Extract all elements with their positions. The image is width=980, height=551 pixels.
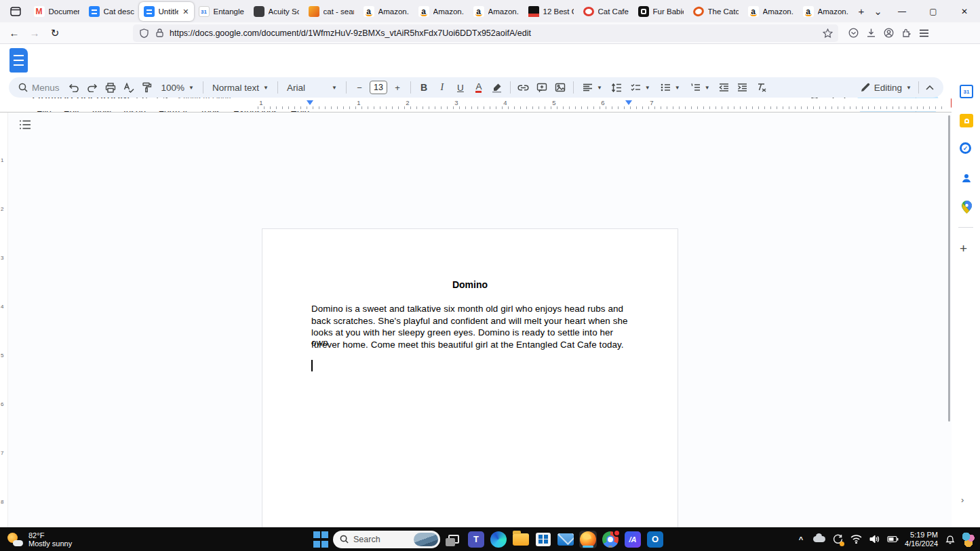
back-button[interactable]: ←: [4, 24, 24, 42]
taskbar-clock[interactable]: 5:19 PM 4/16/2024: [905, 531, 938, 548]
new-tab-button[interactable]: +: [853, 3, 870, 20]
tab-untitled-document-active[interactable]: Untitled d ✕: [139, 2, 194, 21]
acuity-app-icon[interactable]: /A: [624, 531, 642, 548]
text-color-button[interactable]: A: [471, 79, 487, 96]
italic-button[interactable]: I: [434, 79, 450, 96]
clear-formatting-button[interactable]: [753, 79, 769, 96]
google-keep-icon[interactable]: [960, 114, 973, 127]
search-menus-control[interactable]: Menus: [14, 83, 64, 93]
tab-12-best-cat[interactable]: 12 Best Cat: [524, 2, 579, 21]
editing-mode-select[interactable]: Editing ▼: [857, 83, 916, 93]
underline-button[interactable]: U: [452, 79, 469, 96]
numbered-list-select[interactable]: ▼: [686, 83, 714, 91]
tab-amazon-3[interactable]: a Amazon.co: [469, 2, 524, 21]
battery-icon[interactable]: [886, 533, 899, 546]
window-close-button[interactable]: ✕: [949, 0, 980, 22]
tab-fur-babies[interactable]: Fur Babies C: [633, 2, 688, 21]
vertical-scrollbar[interactable]: [948, 115, 950, 422]
lock-icon[interactable]: [154, 28, 165, 39]
undo-button[interactable]: [66, 79, 82, 96]
line-spacing-button[interactable]: [608, 79, 625, 96]
tab-amazon-4[interactable]: a Amazon.co: [743, 2, 798, 21]
update-status-icon[interactable]: [831, 533, 844, 546]
paragraph-style-select[interactable]: Normal text ▼: [208, 83, 273, 93]
add-comment-button[interactable]: [534, 79, 550, 96]
print-button[interactable]: [102, 79, 119, 96]
increase-indent-button[interactable]: [734, 79, 751, 96]
file-explorer-icon[interactable]: [512, 531, 530, 548]
font-select[interactable]: Arial ▼: [283, 83, 341, 93]
tab-catcade[interactable]: The Catcade: [688, 2, 743, 21]
tab-amazon-5[interactable]: a Amazon.co: [798, 2, 853, 21]
align-select[interactable]: ▼: [579, 83, 606, 91]
wifi-icon[interactable]: [850, 533, 862, 546]
search-highlight-image[interactable]: [414, 533, 438, 546]
teams-icon[interactable]: T: [467, 531, 485, 548]
volume-icon[interactable]: [868, 533, 880, 546]
account-icon[interactable]: [883, 28, 894, 39]
tab-cat-cafes[interactable]: Cat Cafes in: [579, 2, 633, 21]
mail-icon[interactable]: [557, 531, 574, 548]
bold-button[interactable]: B: [416, 79, 432, 96]
hide-menus-button[interactable]: [922, 79, 938, 96]
onedrive-icon[interactable]: [813, 533, 825, 546]
start-button[interactable]: [313, 531, 328, 548]
google-calendar-icon[interactable]: 31: [960, 85, 973, 98]
pocket-icon[interactable]: [848, 28, 859, 39]
left-indent-marker[interactable]: [307, 100, 313, 105]
notifications-bell-icon[interactable]: [944, 533, 956, 546]
bookmark-star-icon[interactable]: [822, 28, 833, 39]
insert-image-button[interactable]: [552, 79, 568, 96]
redo-button[interactable]: [84, 79, 100, 96]
google-docs-logo-icon[interactable]: [9, 48, 28, 73]
window-minimize-button[interactable]: —: [886, 0, 918, 22]
spell-check-button[interactable]: [121, 79, 137, 96]
insert-link-button[interactable]: [515, 79, 532, 96]
google-maps-icon[interactable]: [960, 200, 973, 213]
weather-widget[interactable]: 82°F Mostly sunny: [7, 531, 72, 548]
taskbar-search[interactable]: Search: [333, 531, 440, 548]
outlook-icon[interactable]: O: [646, 531, 664, 548]
firefox-icon[interactable]: [579, 531, 597, 548]
checklist-select[interactable]: ▼: [627, 83, 654, 92]
google-contacts-icon[interactable]: [960, 171, 973, 185]
document-canvas[interactable]: Domino Domino is a sweet and talkative s…: [0, 113, 952, 527]
tab-amazon-1[interactable]: a Amazon.co: [359, 2, 414, 21]
tab-cat-descriptions[interactable]: Cat descripti: [84, 2, 139, 21]
tab-close-icon[interactable]: ✕: [182, 7, 189, 16]
tab-amazon-2[interactable]: a Amazon.co: [414, 2, 469, 21]
task-view-button[interactable]: [445, 531, 463, 548]
google-tasks-icon[interactable]: ✓: [960, 142, 971, 154]
chrome-icon[interactable]: [602, 531, 619, 548]
zoom-select[interactable]: 100% ▼: [157, 83, 198, 93]
firefox-view-icon[interactable]: [7, 3, 25, 20]
decrease-indent-button[interactable]: [716, 79, 732, 96]
tab-acuity[interactable]: Acuity Sche: [249, 2, 304, 21]
get-add-ons-button[interactable]: +: [960, 241, 967, 256]
list-all-tabs-icon[interactable]: ⌄: [869, 3, 886, 20]
edge-icon[interactable]: [490, 531, 507, 548]
increase-font-size-button[interactable]: +: [389, 79, 406, 96]
forward-button[interactable]: →: [24, 24, 45, 42]
microsoft-store-icon[interactable]: [534, 531, 552, 548]
right-indent-marker[interactable]: [625, 100, 632, 105]
vertical-ruler[interactable]: 1 2 3 4 5 6 7 8: [0, 113, 8, 527]
tab-entangled[interactable]: 31 Entangled C: [194, 2, 249, 21]
tab-cat-search[interactable]: cat - search: [304, 2, 359, 21]
tray-colorful-app-icon[interactable]: [962, 533, 975, 546]
tab-gmail-documents[interactable]: M Document s: [29, 2, 84, 21]
font-size-input[interactable]: 13: [370, 81, 387, 94]
extensions-icon[interactable]: [901, 28, 912, 39]
app-menu-icon[interactable]: [918, 28, 929, 39]
url-bar[interactable]: https://docs.google.com/document/d/1Wfmz…: [133, 24, 838, 42]
document-outline-icon[interactable]: [19, 119, 33, 131]
decrease-font-size-button[interactable]: −: [351, 79, 368, 96]
bulleted-list-select[interactable]: ▼: [656, 83, 684, 91]
show-side-panel-icon[interactable]: ›: [961, 495, 964, 505]
document-page[interactable]: Domino Domino is a sweet and talkative s…: [262, 228, 678, 551]
window-restore-button[interactable]: ▢: [918, 0, 949, 22]
horizontal-ruler[interactable]: 1 1 2 3 4 5 6 7: [0, 98, 951, 111]
tray-overflow-chevron[interactable]: ^: [795, 533, 807, 546]
downloads-icon[interactable]: [865, 28, 876, 39]
highlight-color-button[interactable]: [489, 79, 505, 96]
